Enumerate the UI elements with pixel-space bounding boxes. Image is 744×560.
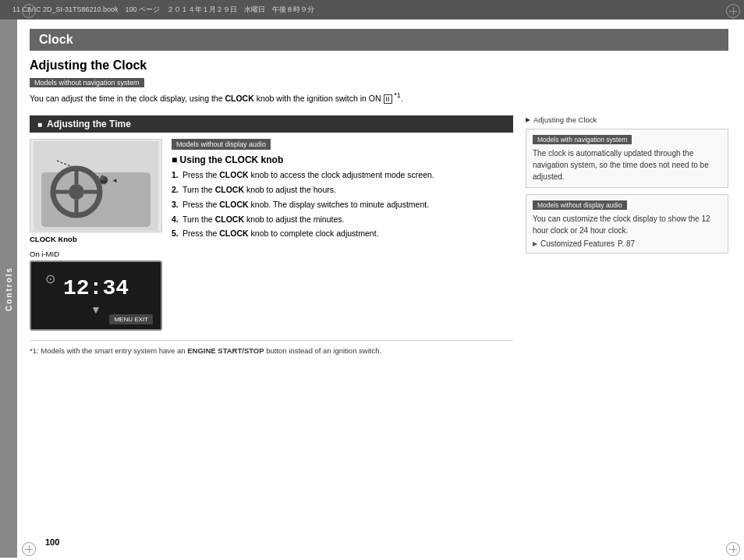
corner-marker-tl xyxy=(22,4,36,18)
step-num-3: 3. xyxy=(172,199,179,211)
page-number: 100 xyxy=(45,537,59,547)
ignition-icon: II xyxy=(384,94,392,104)
file-info: 11 CIVIC 2D_SI-31TS86210.book 100 ページ ２０… xyxy=(12,5,314,15)
customized-features-page: P. 87 xyxy=(618,239,635,248)
left-column: Adjusting the Time xyxy=(30,115,513,548)
step-2: 2. Turn the CLOCK knob to adjust the hou… xyxy=(172,184,513,197)
step-num-2: 2. xyxy=(172,184,179,197)
imid-section: On i-MID ⊙ 12:34 ▼ MENU EXIT xyxy=(30,250,162,331)
step-num-4: 4. xyxy=(172,214,179,226)
clock-knob-caption: CLOCK Knob xyxy=(30,235,162,243)
step-5: 5. Press the CLOCK knob to complete cloc… xyxy=(172,228,513,240)
steps-list: 1. Press the CLOCK knob to access the cl… xyxy=(172,169,513,240)
engine-bold: ENGINE START/STOP xyxy=(187,346,264,355)
footnote-text: *1: Models with the smart entry system h… xyxy=(30,346,381,355)
menu-label: MENU xyxy=(114,316,134,323)
step-num-1: 1. xyxy=(172,169,179,182)
svg-point-3 xyxy=(69,184,84,200)
step-1: 1. Press the CLOCK knob to access the cl… xyxy=(172,169,513,182)
clock-icon: ⊙ xyxy=(45,271,55,286)
car-illustration: ◄ xyxy=(34,141,158,231)
no-display-audio-text: You can customize the clock display to s… xyxy=(533,213,721,236)
header-bar: 11 CIVIC 2D_SI-31TS86210.book 100 ページ ２０… xyxy=(0,0,744,19)
intro-text-2: knob with the ignition switch in ON xyxy=(257,94,384,103)
clock-bold-4: CLOCK xyxy=(215,214,244,224)
main-heading: Adjusting the Clock xyxy=(30,58,728,73)
imid-exit-bar: MENU EXIT xyxy=(109,314,153,324)
main-content: Controls Clock Adjusting the Clock Model… xyxy=(0,19,744,558)
step-3: 3. Press the CLOCK knob. The display swi… xyxy=(172,199,513,211)
clock-bold: CLOCK xyxy=(225,94,253,103)
using-clock-heading: Using the CLOCK knob xyxy=(172,154,513,165)
steps-column: Models without display audio Using the C… xyxy=(172,139,513,331)
imid-down-arrow: ▼ xyxy=(90,303,101,316)
sidebar-label: Controls xyxy=(5,266,13,310)
corner-marker-tr xyxy=(726,4,740,18)
adjusting-time-header: Adjusting the Time xyxy=(30,115,513,133)
imid-label: On i-MID xyxy=(30,250,162,258)
image-area: ◄ CLOCK Knob On i-MID ⊙ xyxy=(30,139,162,331)
clock-bold-1: CLOCK xyxy=(219,170,248,179)
adjusting-time-label: Adjusting the Time xyxy=(47,119,131,129)
footnote-ref: *1 xyxy=(394,91,400,99)
footer-note: *1: Models with the smart entry system h… xyxy=(30,340,513,356)
time-content: ◄ CLOCK Knob On i-MID ⊙ xyxy=(30,139,513,331)
svg-text:◄: ◄ xyxy=(112,177,118,184)
right-col-header: Adjusting the Clock xyxy=(526,115,728,124)
intro-text: You can adjust the time in the clock dis… xyxy=(30,90,728,105)
customized-features-text: Customized Features xyxy=(540,239,615,248)
intro-text-content: You can adjust the time in the clock dis… xyxy=(30,94,222,103)
clock-bold-3: CLOCK xyxy=(219,200,248,209)
clock-bold-5: CLOCK xyxy=(219,229,248,238)
tag-no-display-audio: Models without display audio xyxy=(172,139,271,150)
clock-bold-2: CLOCK xyxy=(215,185,244,194)
page-title: Clock xyxy=(30,29,728,51)
main-heading-area: Adjusting the Clock Models without navig… xyxy=(30,58,728,111)
tag-with-nav: Models with navigation system xyxy=(533,135,632,144)
imid-screen: ⊙ 12:34 ▼ MENU EXIT xyxy=(30,261,162,331)
nav-system-box: Models with navigation system The clock … xyxy=(526,129,728,188)
customized-features-link: Customized Features P. 87 xyxy=(533,239,721,248)
nav-system-text: The clock is automatically updated throu… xyxy=(533,147,721,183)
tag-no-display-audio-right: Models without display audio xyxy=(533,200,627,210)
sidebar-tab: Controls xyxy=(0,19,17,558)
two-column-layout: Adjusting the Time xyxy=(30,115,728,548)
car-image: ◄ xyxy=(30,139,162,232)
tag-no-nav: Models without navigation system xyxy=(30,78,144,87)
step-4: 4. Turn the CLOCK knob to adjust the min… xyxy=(172,214,513,226)
right-column: Adjusting the Clock Models with navigati… xyxy=(526,115,728,548)
no-display-audio-box: Models without display audio You can cus… xyxy=(526,194,728,253)
exit-label: EXIT xyxy=(134,316,148,323)
imid-time-display: 12:34 xyxy=(63,276,129,300)
page-content: Clock Adjusting the Clock Models without… xyxy=(17,19,744,558)
step-num-5: 5. xyxy=(172,228,179,240)
